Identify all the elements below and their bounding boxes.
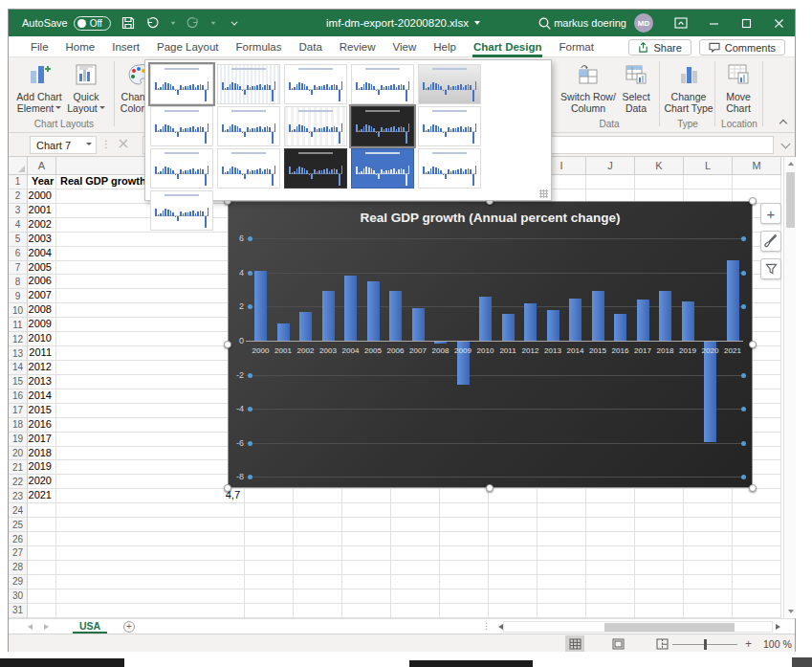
cell[interactable]: 2018 (28, 447, 56, 461)
row-header-20[interactable]: 20 (9, 447, 28, 461)
chart-bar-2000[interactable] (254, 271, 267, 341)
cell[interactable] (56, 289, 245, 303)
autosave-toggle[interactable]: AutoSave Off (22, 16, 111, 31)
cell[interactable] (635, 546, 684, 561)
cell[interactable] (294, 518, 342, 532)
cell[interactable] (586, 546, 635, 561)
cell[interactable] (733, 575, 781, 589)
cell[interactable] (684, 175, 733, 189)
cell[interactable] (391, 604, 440, 618)
tab-chart-design[interactable]: Chart Design (465, 36, 551, 57)
cell[interactable] (56, 503, 245, 518)
cell[interactable] (733, 175, 781, 189)
cell[interactable] (538, 575, 586, 589)
row-header-24[interactable]: 24 (9, 503, 28, 518)
row-header-7[interactable]: 7 (9, 261, 28, 276)
hscroll-right-icon[interactable] (776, 624, 783, 630)
column-header-M[interactable]: M (733, 157, 781, 175)
cell[interactable] (28, 518, 56, 532)
horizontal-scrollbar[interactable] (503, 621, 773, 633)
cell[interactable] (635, 589, 684, 604)
tab-file[interactable]: File (22, 36, 57, 57)
cell[interactable] (586, 489, 635, 503)
chart-elements-button[interactable]: + (760, 203, 781, 224)
cell[interactable] (56, 346, 245, 361)
cell[interactable] (391, 489, 440, 503)
user-name[interactable]: markus doering (554, 17, 626, 29)
chart-bar-2003[interactable] (322, 291, 335, 341)
zoom-out-button[interactable]: − (661, 637, 668, 651)
undo-dropdown-icon[interactable] (170, 22, 175, 28)
cell[interactable] (294, 604, 342, 618)
cell[interactable] (245, 575, 294, 589)
cell[interactable] (56, 247, 245, 261)
tab-data[interactable]: Data (291, 36, 331, 57)
cell[interactable] (294, 503, 342, 518)
cell[interactable] (635, 561, 684, 575)
new-sheet-button[interactable]: + (123, 621, 135, 633)
row-header-14[interactable]: 14 (9, 361, 28, 375)
undo-icon[interactable] (145, 15, 161, 31)
row-header-19[interactable]: 19 (9, 433, 28, 447)
cell[interactable] (56, 589, 245, 604)
chart-resize-handle[interactable] (749, 484, 757, 492)
row-header-11[interactable]: 11 (9, 318, 28, 332)
cell[interactable] (440, 489, 489, 503)
cell[interactable] (28, 575, 56, 589)
row-header-30[interactable]: 30 (9, 589, 28, 604)
cell[interactable] (489, 589, 538, 604)
gallery-resize-grip[interactable] (539, 189, 548, 198)
tab-view[interactable]: View (384, 36, 426, 57)
search-icon[interactable] (537, 15, 552, 31)
cell[interactable] (56, 303, 245, 318)
cell[interactable] (586, 589, 635, 604)
cell[interactable] (294, 589, 342, 604)
cell[interactable] (440, 546, 489, 561)
cell[interactable] (489, 561, 538, 575)
cell[interactable] (245, 604, 294, 618)
vertical-scrollbar[interactable] (783, 157, 796, 618)
cell[interactable]: 2014 (28, 389, 56, 404)
name-box[interactable]: Chart 7 (30, 136, 97, 154)
cell[interactable] (294, 561, 342, 575)
cell[interactable] (733, 532, 781, 546)
cell[interactable]: 2015 (28, 404, 56, 418)
cell[interactable]: 2006 (28, 275, 56, 289)
chart-style-thumbnail-5[interactable] (418, 64, 481, 104)
tab-formulas[interactable]: Formulas (228, 36, 291, 57)
column-header-J[interactable]: J (586, 157, 635, 175)
row-header-4[interactable]: 4 (9, 218, 28, 233)
cell[interactable] (538, 489, 586, 503)
cell[interactable] (586, 503, 635, 518)
cell[interactable] (440, 561, 489, 575)
cell[interactable] (28, 532, 56, 546)
chart-resize-handle[interactable] (749, 197, 757, 205)
cell[interactable] (586, 532, 635, 546)
cell[interactable] (342, 489, 391, 503)
cell[interactable] (440, 589, 489, 604)
cell[interactable]: 2019 (28, 460, 56, 475)
cell[interactable] (56, 575, 245, 589)
chart[interactable]: Real GDP growth (Annual percent change) … (228, 201, 753, 488)
row-header-23[interactable]: 23 (9, 489, 28, 503)
row-header-9[interactable]: 9 (9, 289, 28, 303)
cell[interactable] (56, 275, 245, 289)
row-header-2[interactable]: 2 (9, 189, 28, 204)
cell[interactable] (342, 575, 391, 589)
chart-resize-handle[interactable] (224, 484, 231, 492)
cell[interactable] (342, 561, 391, 575)
chart-bar-2013[interactable] (547, 310, 560, 341)
cell[interactable]: Year (28, 175, 56, 189)
maximize-button[interactable] (730, 10, 762, 36)
cell[interactable] (684, 546, 733, 561)
cell[interactable]: 2009 (28, 318, 56, 332)
cell[interactable] (56, 261, 245, 276)
cell[interactable] (586, 561, 635, 575)
tab-help[interactable]: Help (425, 36, 465, 57)
cell[interactable]: 2021 (28, 489, 56, 503)
cell[interactable] (635, 175, 684, 189)
cell[interactable] (342, 589, 391, 604)
cell[interactable] (684, 518, 733, 532)
minimize-button[interactable] (697, 10, 730, 36)
chart-bar-2012[interactable] (524, 303, 537, 341)
